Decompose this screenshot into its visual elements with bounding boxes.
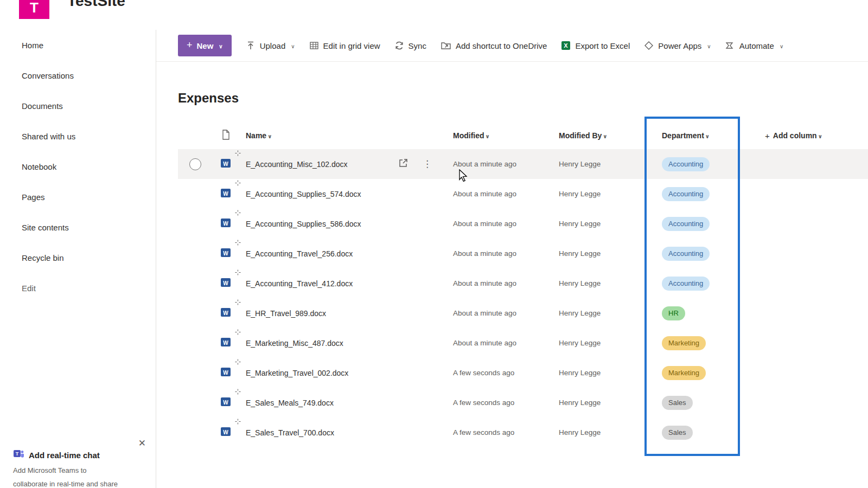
toolbar-label: Export to Excel (575, 41, 630, 50)
file-name[interactable]: E_Accounting_Travel_256.docx (246, 249, 353, 258)
modified-cell: About a minute ago (445, 279, 551, 287)
chevron-down-icon: ∨ (291, 43, 295, 49)
sidebar-items: HomeConversationsDocumentsShared with us… (0, 30, 156, 303)
modified-by-cell[interactable]: Henry Legge (551, 279, 651, 287)
close-icon[interactable]: ✕ (138, 438, 146, 449)
new-item-sparkle-icon (235, 209, 241, 217)
file-name[interactable]: E_Sales_Travel_700.docx (246, 428, 334, 437)
site-logo[interactable]: T (19, 0, 49, 19)
more-options-icon[interactable]: ⋮ (423, 159, 432, 169)
toolbar-edit-in-grid-view[interactable]: Edit in grid view (309, 41, 380, 50)
sidebar-item-conversations[interactable]: Conversations (0, 60, 156, 91)
excel-icon: X (561, 41, 571, 50)
modified-cell: About a minute ago (445, 190, 551, 198)
file-name[interactable]: E_HR_Travel_989.docx (246, 309, 326, 318)
toolbar-label: Edit in grid view (323, 41, 380, 50)
modified-by-cell[interactable]: Henry Legge (551, 309, 651, 317)
table-row[interactable]: W E_Accounting_Travel_256.docx ⋮ About a… (178, 239, 868, 268)
new-button[interactable]: + New ∨ (178, 35, 232, 56)
toolbar-automate[interactable]: Automate∨ (725, 41, 784, 50)
chevron-down-icon: ∨ (705, 133, 710, 139)
word-file-icon: W (220, 396, 231, 409)
file-name[interactable]: E_Accounting_Misc_102.docx (246, 160, 348, 169)
toolbar-label: Power Apps (658, 41, 701, 50)
column-header-name[interactable]: Name ∨ (239, 131, 445, 140)
modified-cell: About a minute ago (445, 249, 551, 258)
chevron-down-icon: ∨ (707, 43, 711, 49)
word-file-icon: W (220, 188, 231, 200)
share-icon[interactable] (398, 158, 409, 170)
sidebar-item-site-contents[interactable]: Site contents (0, 212, 156, 242)
column-label: Modified (453, 131, 484, 140)
column-header-modified-by[interactable]: Modified By ∨ (551, 131, 651, 140)
column-header-department[interactable]: Department ∨ (651, 131, 754, 140)
site-title[interactable]: TestSite (67, 0, 125, 10)
sidebar-item-home[interactable]: Home (0, 30, 156, 60)
table-row[interactable]: W E_Marketing_Misc_487.docx ⋮ About a mi… (178, 328, 868, 358)
table-row[interactable]: W E_Accounting_Supplies_574.docx ⋮ About… (178, 179, 868, 209)
toolbar-export-to-excel[interactable]: XExport to Excel (561, 41, 630, 50)
toolbar-add-shortcut-to-onedrive[interactable]: Add shortcut to OneDrive (441, 41, 547, 50)
modified-by-cell[interactable]: Henry Legge (551, 249, 651, 258)
sync-icon (394, 41, 404, 50)
modified-by-cell[interactable]: Henry Legge (551, 220, 651, 228)
modified-by-cell[interactable]: Henry Legge (551, 190, 651, 198)
file-name[interactable]: E_Accounting_Supplies_574.docx (246, 190, 361, 198)
modified-cell: About a minute ago (445, 220, 551, 228)
new-item-sparkle-icon (235, 358, 241, 367)
sidebar-item-pages[interactable]: Pages (0, 182, 156, 212)
sidebar-item-notebook[interactable]: Notebook (0, 151, 156, 182)
table-row[interactable]: W E_Marketing_Travel_002.docx ⋮ A few se… (178, 358, 868, 388)
toolbar-upload[interactable]: Upload∨ (246, 41, 295, 50)
table-row[interactable]: W E_Sales_Travel_700.docx ⋮ A few second… (178, 418, 868, 447)
main-content: + New ∨ Upload∨Edit in grid viewSyncAdd … (156, 30, 868, 488)
sidebar-item-shared-with-us[interactable]: Shared with us (0, 121, 156, 151)
plus-icon: + (187, 40, 193, 51)
file-name[interactable]: E_Accounting_Supplies_586.docx (246, 220, 361, 228)
department-pill: Accounting (662, 277, 710, 291)
file-name[interactable]: E_Sales_Meals_749.docx (246, 399, 334, 407)
automate-icon (725, 41, 735, 50)
sidebar-item-edit[interactable]: Edit (0, 273, 156, 303)
sidebar-item-recycle-bin[interactable]: Recycle bin (0, 242, 156, 273)
table-header: Name ∨ Modified ∨ Modified By ∨ Departme… (178, 122, 868, 149)
department-pill: Sales (662, 396, 693, 410)
svg-text:W: W (223, 400, 228, 406)
add-column-button[interactable]: + Add column ∨ (754, 131, 868, 140)
svg-text:X: X (564, 42, 569, 49)
sidebar-item-label: Site contents (22, 223, 69, 232)
file-name[interactable]: E_Accounting_Travel_412.docx (246, 279, 353, 288)
toolbar-power-apps[interactable]: Power Apps∨ (644, 41, 711, 50)
modified-by-cell[interactable]: Henry Legge (551, 160, 651, 168)
row-select-radio[interactable] (189, 158, 201, 170)
modified-by-cell[interactable]: Henry Legge (551, 428, 651, 436)
table-row[interactable]: W E_HR_Travel_989.docx ⋮ About a minute … (178, 298, 868, 328)
sidebar-item-documents[interactable]: Documents (0, 91, 156, 121)
new-item-sparkle-icon (235, 239, 241, 247)
modified-by-cell[interactable]: Henry Legge (551, 339, 651, 347)
modified-by-cell[interactable]: Henry Legge (551, 399, 651, 407)
toolbar-label: Automate (739, 41, 774, 50)
chevron-down-icon: ∨ (818, 133, 822, 139)
column-label: Name (246, 131, 266, 140)
table-row[interactable]: W E_Sales_Meals_749.docx ⋮ A few seconds… (178, 388, 868, 418)
new-button-label: New (197, 41, 214, 50)
table-row[interactable]: W E_Accounting_Misc_102.docx ⋮ About a m… (178, 149, 868, 179)
svg-text:W: W (223, 161, 228, 167)
command-bar: + New ∨ Upload∨Edit in grid viewSyncAdd … (156, 30, 868, 62)
file-name[interactable]: E_Marketing_Travel_002.docx (246, 369, 348, 377)
column-header-modified[interactable]: Modified ∨ (445, 131, 551, 140)
table-row[interactable]: W E_Accounting_Travel_412.docx ⋮ About a… (178, 268, 868, 298)
promo-text-line1: Add Microsoft Teams to (13, 466, 143, 475)
file-type-column-header[interactable] (213, 130, 239, 142)
sidebar-item-label: Pages (22, 192, 45, 202)
chevron-down-icon: ∨ (219, 43, 222, 49)
modified-cell: A few seconds ago (445, 399, 551, 407)
file-name[interactable]: E_Marketing_Misc_487.docx (246, 339, 343, 348)
table-row[interactable]: W E_Accounting_Supplies_586.docx ⋮ About… (178, 209, 868, 239)
plus-icon: + (765, 131, 770, 140)
svg-text:W: W (223, 221, 228, 227)
toolbar-sync[interactable]: Sync (394, 41, 426, 50)
chevron-down-icon: ∨ (603, 133, 607, 139)
modified-by-cell[interactable]: Henry Legge (551, 369, 651, 377)
